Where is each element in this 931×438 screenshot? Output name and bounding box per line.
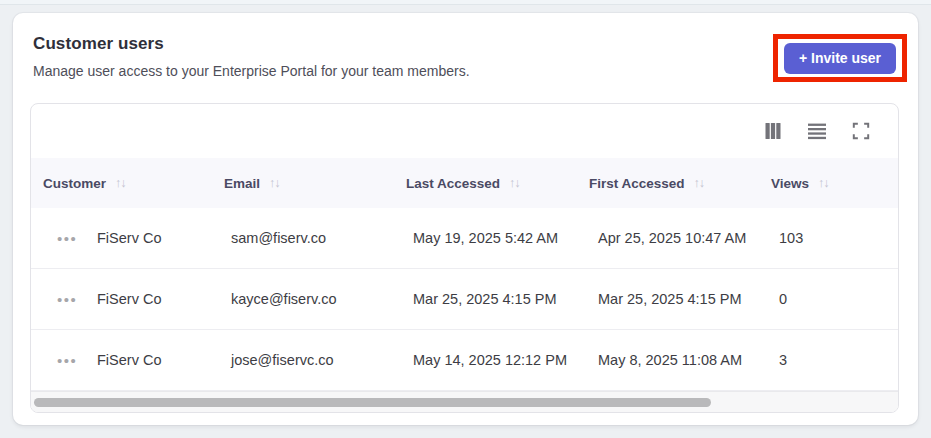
table-row: ••• FiServ Co kayce@fiserv.co Mar 25, 20… <box>31 269 898 330</box>
row-menu-button[interactable]: ••• <box>57 292 97 307</box>
column-label: Last Accessed <box>406 176 500 191</box>
cell-views: 0 <box>779 291 898 307</box>
card-header: Customer users Manage user access to you… <box>33 34 470 79</box>
cell-last-accessed: May 19, 2025 5:42 AM <box>413 230 598 246</box>
annotation-highlight-box: + Invite user <box>773 34 907 82</box>
column-header-first-accessed[interactable]: First Accessed ↑↓ <box>589 176 771 191</box>
cell-last-accessed: May 14, 2025 12:12 PM <box>413 352 598 368</box>
top-edge-strip <box>0 0 931 5</box>
app-window: Customer users Manage user access to you… <box>0 0 931 438</box>
horizontal-scrollbar-thumb[interactable] <box>34 398 711 407</box>
horizontal-scrollbar-track[interactable] <box>31 391 898 412</box>
columns-icon <box>763 121 783 141</box>
cell-email: sam@fiserv.co <box>231 230 413 246</box>
cell-first-accessed: May 8, 2025 11:08 AM <box>598 352 779 368</box>
row-menu-button[interactable]: ••• <box>57 353 97 368</box>
table-row: ••• FiServ Co jose@fiservc.co May 14, 20… <box>31 330 898 391</box>
page-subtitle: Manage user access to your Enterprise Po… <box>33 63 470 79</box>
column-label: Email <box>224 176 260 191</box>
customer-users-card: Customer users Manage user access to you… <box>13 13 918 425</box>
density-lines-icon <box>807 121 827 141</box>
table-toolbar <box>31 104 898 158</box>
column-header-views[interactable]: Views ↑↓ <box>771 176 898 191</box>
column-header-last-accessed[interactable]: Last Accessed ↑↓ <box>406 176 589 191</box>
cell-email: jose@fiservc.co <box>231 352 413 368</box>
cell-last-accessed: Mar 25, 2025 4:15 PM <box>413 291 598 307</box>
row-density-button[interactable] <box>806 120 828 142</box>
cell-first-accessed: Apr 25, 2025 10:47 AM <box>598 230 779 246</box>
cell-email: kayce@fiserv.co <box>231 291 413 307</box>
column-label: Views <box>771 176 809 191</box>
cell-customer: FiServ Co <box>97 230 231 246</box>
sort-arrows-icon: ↑↓ <box>509 176 520 190</box>
invite-user-button[interactable]: + Invite user <box>784 43 896 74</box>
sort-arrows-icon: ↑↓ <box>694 176 705 190</box>
fullscreen-button[interactable] <box>850 120 872 142</box>
sort-arrows-icon: ↑↓ <box>269 176 280 190</box>
cell-views: 3 <box>779 352 898 368</box>
columns-visibility-button[interactable] <box>762 120 784 142</box>
fullscreen-icon <box>852 122 870 140</box>
cell-customer: FiServ Co <box>97 291 231 307</box>
cell-views: 103 <box>779 230 898 246</box>
table-header-row: Customer ↑↓ Email ↑↓ Last Accessed ↑↓ Fi… <box>31 158 898 208</box>
row-menu-button[interactable]: ••• <box>57 231 97 246</box>
users-table-container: Customer ↑↓ Email ↑↓ Last Accessed ↑↓ Fi… <box>30 103 899 413</box>
sort-arrows-icon: ↑↓ <box>818 176 829 190</box>
cell-customer: FiServ Co <box>97 352 231 368</box>
table-row: ••• FiServ Co sam@fiserv.co May 19, 2025… <box>31 208 898 269</box>
column-label: First Accessed <box>589 176 685 191</box>
column-header-customer[interactable]: Customer ↑↓ <box>43 176 224 191</box>
page-title: Customer users <box>33 34 470 54</box>
column-label: Customer <box>43 176 106 191</box>
sort-arrows-icon: ↑↓ <box>115 176 126 190</box>
cell-first-accessed: Mar 25, 2025 4:15 PM <box>598 291 779 307</box>
column-header-email[interactable]: Email ↑↓ <box>224 176 406 191</box>
